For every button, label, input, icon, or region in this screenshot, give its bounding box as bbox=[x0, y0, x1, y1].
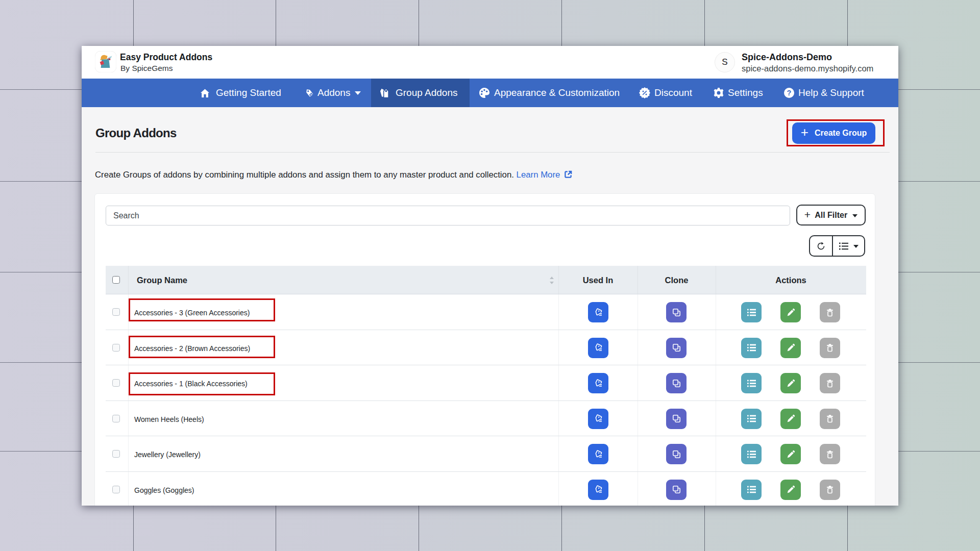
svg-text:?: ? bbox=[787, 89, 792, 97]
